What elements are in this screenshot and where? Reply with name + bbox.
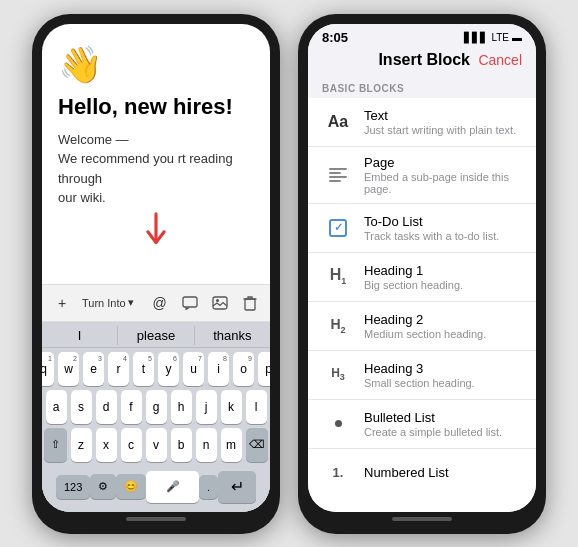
bullet-block-info: Bulleted List Create a simple bulleted l… (364, 410, 522, 438)
signal-icon: ▋▋▋ (464, 32, 488, 43)
h1-block-info: Heading 1 Big section heading. (364, 263, 522, 291)
block-name-text: Text (364, 108, 522, 123)
keyboard-suggestions: I please thanks (42, 322, 270, 348)
key-e[interactable]: e3 (83, 352, 104, 386)
mention-button[interactable]: @ (146, 289, 174, 317)
key-row-2: a s d f g h j k l (44, 390, 268, 424)
key-space[interactable]: 🎤 (146, 471, 199, 503)
keyboard-bottom-row: 123 ⚙ 😊 🎤 . ↵ (42, 468, 270, 504)
block-name-h2: Heading 2 (364, 312, 522, 327)
block-name-todo: To-Do List (364, 214, 522, 229)
key-emoji[interactable]: 😊 (116, 474, 146, 499)
suggestion-middle[interactable]: please (118, 326, 194, 345)
key-q[interactable]: q1 (42, 352, 54, 386)
key-a[interactable]: a (46, 390, 67, 424)
more-button[interactable] (266, 289, 270, 317)
key-m[interactable]: m (221, 428, 242, 462)
editor-body: Welcome — We recommend you rt reading th… (58, 130, 254, 208)
block-item-todo[interactable]: ✓ To-Do List Track tasks with a to-do li… (308, 204, 536, 253)
todo-block-info: To-Do List Track tasks with a to-do list… (364, 214, 522, 242)
key-d[interactable]: d (96, 390, 117, 424)
bullet-block-icon (322, 408, 354, 440)
key-y[interactable]: y6 (158, 352, 179, 386)
key-return[interactable]: ↵ (218, 471, 256, 503)
key-h[interactable]: h (171, 390, 192, 424)
plus-button[interactable]: + (48, 289, 76, 317)
key-c[interactable]: c (121, 428, 142, 462)
nav-bar: Insert Block Cancel (308, 47, 536, 75)
key-p[interactable]: p0 (258, 352, 270, 386)
block-item-h1[interactable]: H1 Heading 1 Big section heading. (308, 253, 536, 302)
delete-button[interactable] (236, 289, 264, 317)
status-time: 8:05 (322, 30, 348, 45)
key-z[interactable]: z (71, 428, 92, 462)
key-row-3: ⇧ z x c v b n m ⌫ (44, 428, 268, 462)
key-j[interactable]: j (196, 390, 217, 424)
wave-emoji: 👋 (58, 44, 254, 86)
cancel-button[interactable]: Cancel (478, 52, 522, 68)
red-arrow (58, 212, 254, 248)
h3-block-info: Heading 3 Small section heading. (364, 361, 522, 389)
text-block-info: Text Just start writing with plain text. (364, 108, 522, 136)
block-desc-h2: Medium section heading. (364, 328, 522, 340)
block-desc-bullet: Create a simple bulleted list. (364, 426, 522, 438)
block-desc-h1: Big section heading. (364, 279, 522, 291)
key-g[interactable]: g (146, 390, 167, 424)
text-block-icon: Aa (322, 106, 354, 138)
key-b[interactable]: b (171, 428, 192, 462)
key-k[interactable]: k (221, 390, 242, 424)
key-f[interactable]: f (121, 390, 142, 424)
block-item-h2[interactable]: H2 Heading 2 Medium section heading. (308, 302, 536, 351)
editor-screen: 👋 Hello, new hires! Welcome — We recomme… (42, 24, 270, 512)
block-name-page: Page (364, 155, 522, 170)
key-period[interactable]: . (199, 475, 218, 499)
todo-block-icon: ✓ (322, 212, 354, 244)
key-n[interactable]: n (196, 428, 217, 462)
key-backspace[interactable]: ⌫ (246, 428, 269, 462)
suggestion-left[interactable]: I (42, 326, 118, 345)
block-item-h3[interactable]: H3 Heading 3 Small section heading. (308, 351, 536, 400)
h2-block-info: Heading 2 Medium section heading. (364, 312, 522, 340)
status-icons: ▋▋▋ LTE ▬ (464, 32, 522, 43)
battery-icon: ▬ (512, 32, 522, 43)
key-x[interactable]: x (96, 428, 117, 462)
chevron-down-icon: ▾ (128, 296, 134, 309)
key-settings[interactable]: ⚙ (90, 474, 116, 499)
key-r[interactable]: r4 (108, 352, 129, 386)
comment-button[interactable] (176, 289, 204, 317)
h3-block-icon: H3 (322, 359, 354, 391)
block-list: Aa Text Just start writing with plain te… (308, 98, 536, 512)
key-o[interactable]: o9 (233, 352, 254, 386)
block-item-text[interactable]: Aa Text Just start writing with plain te… (308, 98, 536, 147)
svg-rect-0 (183, 297, 197, 307)
keyboard: q1 w2 e3 r4 t5 y6 u7 i8 o9 p0 a s (42, 348, 270, 512)
block-desc-h3: Small section heading. (364, 377, 522, 389)
key-row-1: q1 w2 e3 r4 t5 y6 u7 i8 o9 p0 (44, 352, 268, 386)
turn-into-button[interactable]: Turn Into ▾ (78, 294, 138, 311)
editor-content: 👋 Hello, new hires! Welcome — We recomme… (42, 24, 270, 284)
key-v[interactable]: v (146, 428, 167, 462)
svg-rect-3 (245, 299, 255, 310)
key-w[interactable]: w2 (58, 352, 79, 386)
editor-title: Hello, new hires! (58, 94, 254, 120)
block-name-h1: Heading 1 (364, 263, 522, 278)
key-s[interactable]: s (71, 390, 92, 424)
insert-block-screen: 8:05 ▋▋▋ LTE ▬ Insert Block Cancel BASIC… (308, 24, 536, 512)
key-i[interactable]: i8 (208, 352, 229, 386)
block-item-bullet[interactable]: Bulleted List Create a simple bulleted l… (308, 400, 536, 449)
block-name-bullet: Bulleted List (364, 410, 522, 425)
block-desc-todo: Track tasks with a to-do list. (364, 230, 522, 242)
h2-block-icon: H2 (322, 310, 354, 342)
svg-rect-1 (213, 297, 227, 309)
svg-point-2 (216, 299, 219, 302)
key-123[interactable]: 123 (56, 475, 90, 499)
block-item-numbered[interactable]: 1. Numbered List (308, 449, 536, 497)
key-u[interactable]: u7 (183, 352, 204, 386)
key-t[interactable]: t5 (133, 352, 154, 386)
key-l[interactable]: l (246, 390, 267, 424)
home-bar-right (392, 517, 452, 521)
block-item-page[interactable]: Page Embed a sub-page inside this page. (308, 147, 536, 204)
key-shift[interactable]: ⇧ (44, 428, 67, 462)
suggestion-right[interactable]: thanks (195, 326, 270, 345)
image-button[interactable] (206, 289, 234, 317)
